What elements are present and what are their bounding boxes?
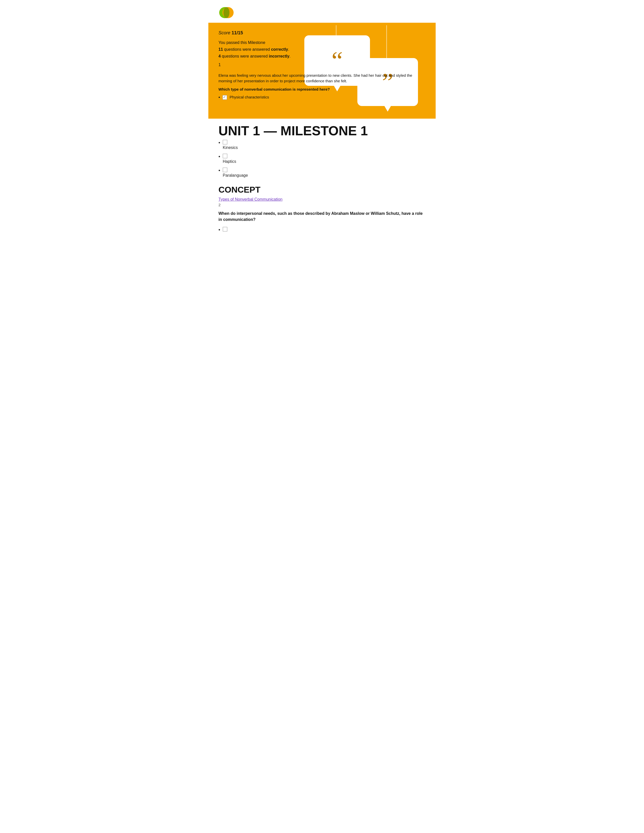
question-number-hero: 1 (219, 61, 425, 68)
option-label-haptics: Haptics (223, 159, 236, 164)
sophia-logo (219, 5, 233, 20)
checkbox-paralanguage[interactable] (223, 167, 227, 172)
question-2-text: When do interpersonal needs, such as tho… (219, 211, 425, 223)
svg-point-2 (224, 7, 230, 18)
bullet-1: • (219, 95, 220, 100)
option-q2-row-1: • (219, 227, 425, 233)
option-label-paralanguage: Paralanguage (223, 173, 248, 178)
logo-area (208, 0, 436, 23)
question-prompt: Which type of nonverbal communication is… (219, 87, 425, 92)
checkbox-kinesics[interactable] (223, 140, 227, 145)
checkbox-physical[interactable] (222, 95, 227, 100)
option-label-physical: Physical characteristics (230, 95, 269, 99)
option-kinesics-row: • Kinesics (219, 140, 425, 150)
checkbox-q2-1[interactable] (223, 227, 227, 232)
checkbox-haptics[interactable] (223, 154, 227, 158)
option-paralanguage-row: • Paralanguage (219, 167, 425, 178)
concept-link[interactable]: Types of Nonverbal Communication (219, 197, 282, 201)
main-content: UNIT 1 — MILESTONE 1 • Kinesics • Haptic… (208, 119, 436, 246)
pass-message: You passed this Milestone (219, 39, 425, 46)
incorrect-line: 4 questions were answered incorrectly. (219, 53, 425, 60)
score-line: Score 11/15 (219, 30, 425, 35)
unit-title: UNIT 1 — MILESTONE 1 (219, 124, 425, 138)
option-label-kinesics: Kinesics (223, 145, 238, 150)
scenario-text: Elena was feeling very nervous about her… (219, 73, 425, 84)
question-section-hero: Elena was feeling very nervous about her… (219, 73, 425, 100)
question-2-number: 2 (219, 203, 425, 207)
bullet-q2-1: • (219, 227, 220, 232)
pass-info: You passed this Milestone 11 questions w… (219, 39, 425, 68)
hero-banner: “ ” Score 11/15 You passed this Mileston… (208, 23, 436, 119)
option-physical-characteristics: • Physical characteristics (219, 95, 425, 100)
bullet-haptics: • (219, 154, 220, 159)
bullet-kinesics: • (219, 140, 220, 145)
bullet-paralanguage: • (219, 168, 220, 173)
correct-line: 11 questions were answered correctly. (219, 46, 425, 53)
speech-bubbles-decoration: “ ” (289, 25, 436, 116)
concept-heading: CONCEPT (219, 185, 425, 195)
option-haptics-row: • Haptics (219, 153, 425, 164)
